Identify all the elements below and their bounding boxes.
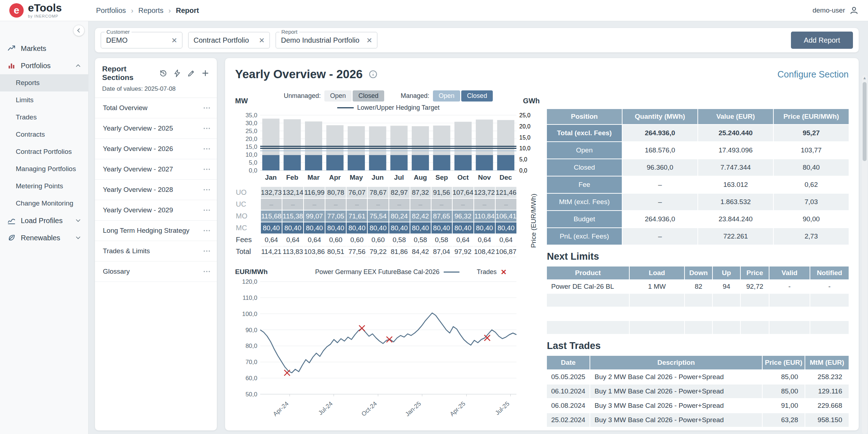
sidebar-item-reports[interactable]: Reports <box>0 74 88 91</box>
sidebar-item-portfolios[interactable]: Portfolios <box>0 57 88 74</box>
monthly-cell: 80,40 <box>389 222 410 233</box>
more-options-icon[interactable] <box>202 206 211 214</box>
report-section-item-total-overview[interactable]: Total Overview <box>95 98 217 118</box>
limits-cell <box>810 294 849 307</box>
bolt-icon[interactable] <box>173 69 181 77</box>
monthly-cell: 79,22 <box>368 246 388 257</box>
filter-fields: CustomerDEMO×Contract Portfolio×ReportDe… <box>101 32 377 48</box>
sidebar-item-load-profiles[interactable]: Load Profiles <box>0 212 88 229</box>
sidebar-item-trades[interactable]: Trades <box>0 109 88 126</box>
user-menu[interactable]: demo-user <box>812 6 859 15</box>
managed-open-button[interactable]: Open <box>433 90 460 102</box>
sidebar-item-label: Markets <box>21 44 46 53</box>
report-section-item-yearly-overview-2026[interactable]: Yearly Overview - 2026 <box>95 139 217 159</box>
app-logo: e eTools by INERCOMP <box>9 3 91 18</box>
breadcrumb-portfolios[interactable]: Portfolios <box>96 6 126 15</box>
limits-header-cell: Valid <box>769 266 810 279</box>
report-section-item-yearly-overview-2028[interactable]: Yearly Overview - 2028 <box>95 180 217 200</box>
breadcrumb-reports[interactable]: Reports <box>138 6 163 15</box>
monthly-cell: 0,64 <box>282 234 303 245</box>
add-report-button[interactable]: Add Report <box>791 32 853 49</box>
monthly-cell: 108,42 <box>474 246 495 257</box>
sidebar-item-metering-points[interactable]: Metering Points <box>0 178 88 195</box>
clear-filter-icon[interactable]: × <box>259 36 264 45</box>
report-section-item-yearly-overview-2029[interactable]: Yearly Overview - 2029 <box>95 200 217 221</box>
price-axis-label: Price (EUR/MWh) <box>530 194 538 248</box>
monthly-cell: 116,99 <box>304 187 325 198</box>
pencil-icon[interactable] <box>187 69 195 77</box>
report-section-item-long-term-hedging-strategy[interactable]: Long Term Hedging Strategy <box>95 221 217 241</box>
page-scrollbar[interactable]: ▲ <box>862 75 867 434</box>
chevron-down-icon <box>75 217 82 224</box>
configure-section-link[interactable]: Configure Section <box>777 69 849 80</box>
sidebar-item-limits[interactable]: Limits <box>0 91 88 109</box>
filter-chip-report[interactable]: ReportDemo Industrial Portfolio× <box>276 32 377 48</box>
more-options-icon[interactable] <box>202 145 211 153</box>
svg-text:Jan: Jan <box>265 174 277 181</box>
monthly-cell: 110,84 <box>474 211 495 222</box>
trades-x-icon[interactable]: × <box>501 267 506 277</box>
position-header-cell: Value (EUR) <box>698 109 773 124</box>
app-root: e eTools by INERCOMP Portfolios›Reports›… <box>0 0 868 434</box>
monthly-cell: 77,05 <box>325 211 346 222</box>
sidebar-item-managing-portfolios[interactable]: Managing Portfolios <box>0 160 88 178</box>
plus-icon[interactable] <box>201 69 210 77</box>
position-cell: 23.844.240 <box>698 211 773 227</box>
sidebar-item-change-monitoring[interactable]: Change Monitoring <box>0 195 88 212</box>
more-options-icon[interactable] <box>202 165 211 174</box>
monthly-cell: 96,32 <box>453 211 473 222</box>
more-options-icon[interactable] <box>202 226 211 235</box>
report-section-item-trades-limits[interactable]: Trades & Limits <box>95 241 217 261</box>
sidebar-item-renewables[interactable]: Renewables <box>0 229 88 246</box>
trades-cell: 91,00 <box>763 399 805 412</box>
monthly-cell: – <box>304 199 325 210</box>
trades-header-cell: Date <box>547 356 590 369</box>
clear-filter-icon[interactable]: × <box>367 36 372 45</box>
scrollbar-thumb[interactable] <box>863 82 867 161</box>
scrollbar-up-arrow[interactable]: ▲ <box>862 75 867 81</box>
trades-header-cell: Description <box>590 356 762 369</box>
more-options-icon[interactable] <box>202 104 211 112</box>
monthly-cell: 80,40 <box>431 222 452 233</box>
svg-text:10,0: 10,0 <box>245 151 257 158</box>
sidebar-collapse-button[interactable] <box>73 25 85 36</box>
sidebar-item-contract-portfolios[interactable]: Contract Portfolios <box>0 143 88 160</box>
info-icon[interactable] <box>368 70 378 79</box>
breadcrumb-separator: › <box>168 6 171 15</box>
trades-cell: 229.668 <box>805 399 849 412</box>
monthly-cell: 81,86 <box>389 246 410 257</box>
report-section-label: Yearly Overview - 2029 <box>103 206 173 214</box>
unmanaged-open-button[interactable]: Open <box>324 90 352 102</box>
monthly-cell: 75,54 <box>368 211 388 222</box>
history-icon[interactable] <box>159 69 167 77</box>
report-section-item-yearly-overview-2027[interactable]: Yearly Overview - 2027 <box>95 159 217 180</box>
more-options-icon[interactable] <box>202 267 211 276</box>
sidebar-item-markets[interactable]: Markets <box>0 40 88 57</box>
svg-text:Sep: Sep <box>435 174 448 181</box>
unmanaged-closed-button[interactable]: Closed <box>353 90 384 102</box>
sidebar-subitem-label: Contracts <box>16 131 45 138</box>
filter-chip-customer[interactable]: CustomerDEMO× <box>101 32 182 48</box>
monthly-cell: 80,40 <box>282 222 303 233</box>
trades-cell: 25.02.2024 <box>547 413 590 427</box>
sidebar-item-label: Load Profiles <box>21 217 63 225</box>
position-header-cell: Position <box>547 109 622 124</box>
svg-text:Apr-25: Apr-25 <box>449 400 467 418</box>
more-options-icon[interactable] <box>202 247 211 255</box>
svg-text:30,0: 30,0 <box>245 120 257 127</box>
clear-filter-icon[interactable]: × <box>172 36 177 45</box>
position-row-label: Open <box>547 142 622 159</box>
more-options-icon[interactable] <box>202 185 211 194</box>
filter-chip-portfolio[interactable]: Contract Portfolio× <box>188 32 270 48</box>
more-options-icon[interactable] <box>202 124 211 133</box>
managed-closed-button[interactable]: Closed <box>461 90 493 102</box>
svg-text:20,0: 20,0 <box>245 136 257 142</box>
report-section-item-yearly-overview-2025[interactable]: Yearly Overview - 2025 <box>95 118 217 139</box>
monthly-cell: 115,38 <box>282 211 303 222</box>
monthly-cell: 114,21 <box>261 246 282 257</box>
sidebar-item-contracts[interactable]: Contracts <box>0 126 88 143</box>
svg-text:120,0: 120,0 <box>242 278 257 285</box>
markets-icon <box>7 44 16 53</box>
report-section-item-glossary[interactable]: Glossary <box>95 261 217 282</box>
trades-cell: Buy 3 MW Base Cal 2026 - Power+Spread <box>590 399 762 412</box>
